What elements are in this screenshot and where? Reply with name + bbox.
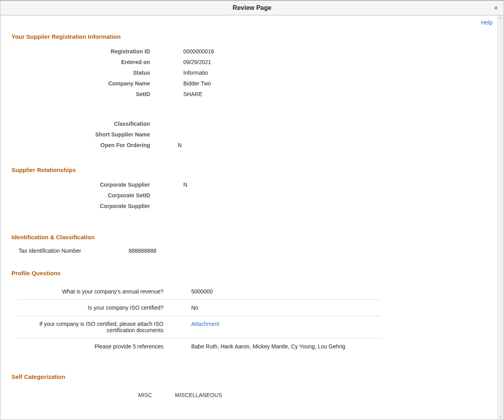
registration-id-value: 0000000016 (155, 48, 486, 56)
setid-row: SetID SHARE (11, 89, 486, 100)
selfcat-code: MISC (138, 392, 152, 398)
section-heading-selfcat: Self Categorization (11, 373, 486, 380)
short-supplier-name-label: Short Supplier Name (11, 131, 155, 139)
close-icon[interactable]: × (494, 4, 498, 11)
profile-row: Please provide 5 references Babe Ruth, H… (17, 339, 381, 354)
company-name-label: Company Name (11, 80, 155, 88)
open-for-ordering-label: Open For Ordering (11, 142, 155, 149)
tin-row: Tax Identification Number 888888888 (19, 248, 486, 254)
profile-row: If your company is ISO certified, please… (17, 316, 381, 339)
profile-row: What is your company's annual revenue? 5… (17, 284, 381, 300)
modal-title: Review Page (233, 4, 272, 11)
attachment-link[interactable]: Attachment (191, 321, 219, 327)
corporate-supplier-row: Corporate Supplier N (11, 180, 486, 190)
section-heading-registration: Your Supplier Registration Information (11, 33, 486, 40)
entered-on-row: Entered on 09/29/2021 (11, 57, 486, 68)
content-wrapper: ⌃ ⌄ Help Your Supplier Registration Info… (0, 15, 504, 420)
section-heading-profile: Profile Questions (11, 270, 486, 276)
help-link[interactable]: Help (481, 19, 493, 26)
registration-group: Registration ID 0000000016 Entered on 09… (11, 46, 486, 151)
open-for-ordering-value: N (155, 142, 486, 149)
entered-on-value: 09/29/2021 (155, 59, 486, 66)
profile-question: Is your company ISO certified? (17, 305, 168, 311)
company-name-value: Bidder Two (155, 80, 486, 88)
main-content: Your Supplier Registration Information R… (0, 15, 497, 398)
tin-label: Tax Identification Number (19, 248, 81, 254)
tin-value: 888888888 (129, 248, 156, 254)
classification-row: Classification (11, 119, 486, 129)
profile-table: What is your company's annual revenue? 5… (17, 284, 381, 354)
corporate-supplier2-label: Corporate Supplier (11, 202, 155, 210)
content-scroll: Help Your Supplier Registration Informat… (0, 15, 504, 420)
profile-question: If your company is ISO certified, please… (17, 321, 168, 333)
open-for-ordering-row: Open For Ordering N (11, 140, 486, 151)
profile-answer: Attachment (168, 321, 381, 327)
selfcat-row: MISC MISCELLANEOUS (138, 392, 486, 398)
section-heading-relationships: Supplier Relationships (11, 166, 486, 173)
profile-answer: Babe Ruth, Hank Aaron, Mickey Mantle, Cy… (168, 343, 381, 350)
corporate-setid-row: Corporate SetID (11, 190, 486, 201)
relationships-group: Corporate Supplier N Corporate SetID Cor… (11, 180, 486, 212)
setid-value: SHARE (155, 91, 486, 98)
profile-question: Please provide 5 references (17, 343, 168, 350)
section-heading-identification: Identification & Classification (11, 234, 486, 240)
short-supplier-name-row: Short Supplier Name (11, 129, 486, 140)
corporate-supplier-label: Corporate Supplier (11, 181, 155, 189)
entered-on-label: Entered on (11, 59, 155, 66)
profile-answer: 5000000 (168, 288, 381, 295)
registration-id-row: Registration ID 0000000016 (11, 46, 486, 57)
profile-question: What is your company's annual revenue? (17, 288, 168, 295)
selfcat-description: MISCELLANEOUS (175, 392, 222, 398)
company-name-row: Company Name Bidder Two (11, 78, 486, 89)
status-row: Status Informatio (11, 68, 486, 78)
profile-answer: No (168, 305, 381, 311)
profile-row: Is your company ISO certified? No (17, 300, 381, 316)
corporate-supplier2-row: Corporate Supplier (11, 201, 486, 212)
status-label: Status (11, 69, 155, 77)
corporate-supplier-value: N (155, 181, 486, 189)
registration-id-label: Registration ID (11, 48, 155, 56)
modal-header: Review Page × (0, 1, 504, 15)
classification-label: Classification (11, 120, 155, 128)
setid-label: SetID (11, 91, 155, 98)
status-value: Informatio (155, 69, 486, 77)
corporate-setid-label: Corporate SetID (11, 192, 155, 200)
